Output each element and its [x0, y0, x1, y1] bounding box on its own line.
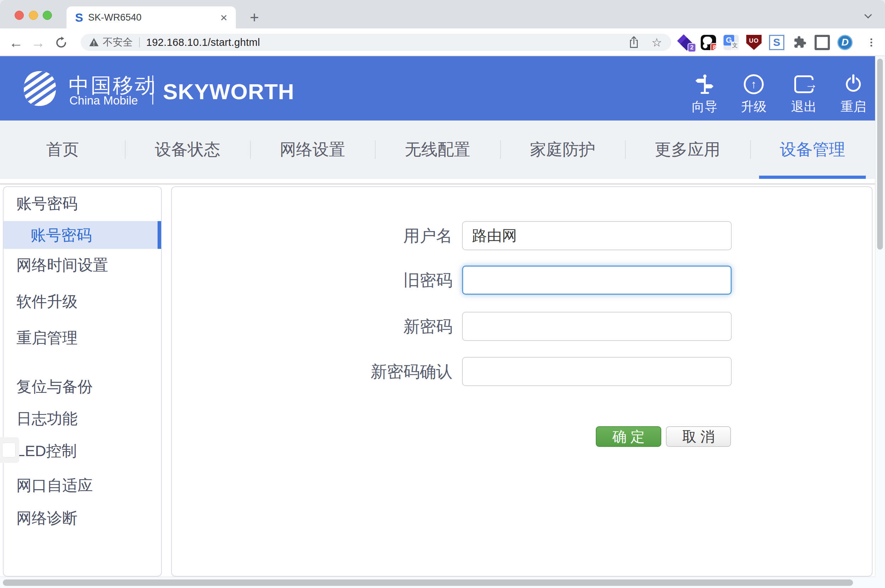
- sidebar-item-log-function[interactable]: 日志功能: [17, 408, 78, 429]
- back-button[interactable]: ←: [8, 35, 24, 51]
- tab-close-icon[interactable]: ×: [220, 11, 227, 24]
- active-item-indicator: [158, 221, 161, 249]
- sidebar-item-account-password-active[interactable]: 账号密码: [3, 221, 161, 249]
- window-close-button[interactable]: [15, 10, 24, 20]
- sidebar-item-label: 账号密码: [31, 221, 92, 249]
- reload-icon: [55, 36, 68, 49]
- sidebar-item-led-control[interactable]: LED控制: [17, 440, 77, 462]
- scrollbar-corner: [875, 577, 885, 588]
- overlay-artifact: [0, 437, 19, 463]
- not-secure-warning-icon[interactable]: [89, 37, 99, 48]
- extensions-row: 2 8 G 文 UO S D: [678, 34, 853, 51]
- nav-tab-family-protection[interactable]: 家庭防护: [500, 120, 625, 179]
- main-nav: 首页 设备状态 网络设置 无线配置 家庭防护 更多应用 设备管理: [0, 120, 875, 179]
- sidebar-item-software-upgrade[interactable]: 软件升级: [17, 291, 78, 312]
- browser-menu-button[interactable]: [865, 36, 877, 48]
- nav-tab-more-apps[interactable]: 更多应用: [625, 120, 750, 179]
- tab-strip: S SK-WR6540 × +: [0, 0, 885, 28]
- sidebar-item-reboot-management[interactable]: 重启管理: [17, 327, 78, 348]
- vertical-scrollbar[interactable]: [875, 56, 885, 588]
- extension-badge: 8: [710, 43, 716, 50]
- omnibox-divider: [139, 38, 140, 47]
- translate-cn-glyph: 文: [731, 42, 739, 50]
- window-zoom-button[interactable]: [43, 10, 52, 20]
- horizontal-scrollbar[interactable]: [0, 577, 875, 588]
- translate-extension-icon[interactable]: G 文: [724, 35, 739, 50]
- extension-badge: 2: [688, 43, 696, 52]
- horizontal-scrollbar-thumb[interactable]: [3, 579, 853, 586]
- china-mobile-logo-icon: [23, 70, 57, 108]
- window-minimize-button[interactable]: [29, 10, 38, 20]
- ok-button[interactable]: 确 定: [596, 426, 661, 447]
- reboot-label: 重启: [830, 98, 877, 116]
- share-icon[interactable]: [628, 36, 639, 49]
- new-password-input[interactable]: [462, 312, 732, 341]
- logout-icon: →: [780, 73, 827, 95]
- nav-tab-label: 设备管理: [780, 139, 845, 160]
- tab-title: SK-WR6540: [88, 12, 141, 23]
- nav-tab-wireless-config[interactable]: 无线配置: [375, 120, 500, 179]
- upgrade-label: 升级: [730, 98, 777, 116]
- active-tab-underline: [759, 176, 866, 179]
- brand-divider: [152, 75, 153, 105]
- wizard-button[interactable]: 向导: [681, 73, 728, 116]
- vertical-scrollbar-thumb[interactable]: [877, 58, 883, 249]
- nav-tab-device-status[interactable]: 设备状态: [125, 120, 250, 179]
- page-viewport: 中国移动 China Mobile SKYWORTH 向导 ↑ 升级 →: [0, 56, 885, 588]
- purple-diamond-extension-icon[interactable]: 2: [678, 35, 693, 50]
- device-frame-extension-icon[interactable]: [814, 35, 830, 50]
- ublock-origin-extension-icon[interactable]: UO: [746, 35, 762, 50]
- nav-bottom-rule: [0, 183, 875, 184]
- username-input[interactable]: [462, 221, 732, 250]
- dark-mode-extension-icon[interactable]: 8: [701, 35, 716, 50]
- brand-partner-logo: SKYWORTH: [163, 79, 294, 104]
- tab-search-chevron-icon[interactable]: [864, 11, 872, 18]
- browser-tab[interactable]: S SK-WR6540 ×: [66, 6, 236, 28]
- bookmark-star-icon[interactable]: ☆: [651, 37, 662, 48]
- forward-button[interactable]: →: [30, 35, 46, 51]
- skyworth-extension-icon[interactable]: S: [769, 35, 784, 50]
- sidebar-item-port-adaptive[interactable]: 网口自适应: [17, 475, 93, 496]
- nav-tab-device-management[interactable]: 设备管理: [750, 120, 875, 179]
- overlay-artifact-square: [2, 442, 16, 458]
- confirm-password-input[interactable]: [462, 357, 732, 386]
- browser-toolbar: ← → 不安全 192.168.10.1/start.ghtml ☆ 2: [0, 28, 885, 56]
- upgrade-circle-icon: ↑: [730, 73, 777, 95]
- confirm-password-label: 新密码确认: [267, 357, 452, 386]
- upgrade-button[interactable]: ↑ 升级: [730, 73, 777, 116]
- reboot-button[interactable]: 重启: [830, 73, 877, 116]
- security-label[interactable]: 不安全: [103, 36, 133, 49]
- sidebar-item-network-time[interactable]: 网络时间设置: [17, 254, 108, 276]
- new-tab-button[interactable]: +: [246, 9, 263, 26]
- download-manager-extension-icon[interactable]: D: [837, 35, 853, 50]
- nav-tab-home[interactable]: 首页: [0, 120, 125, 179]
- brand-header: 中国移动 China Mobile SKYWORTH 向导 ↑ 升级 →: [0, 56, 875, 120]
- tab-favicon-icon: S: [75, 11, 83, 24]
- sidebar-item-reset-backup[interactable]: 复位与备份: [17, 376, 93, 397]
- browser-window: S SK-WR6540 × + ← → 不安全 192.168.10.1/sta…: [0, 0, 885, 588]
- new-password-label: 新密码: [267, 312, 452, 341]
- url-text[interactable]: 192.168.10.1/start.ghtml: [146, 37, 260, 48]
- old-password-label: 旧密码: [267, 266, 452, 295]
- nav-tab-network-settings[interactable]: 网络设置: [250, 120, 375, 179]
- address-bar[interactable]: 不安全 192.168.10.1/start.ghtml ☆: [81, 34, 671, 51]
- reload-button[interactable]: [53, 35, 69, 51]
- sidebar-item-network-diagnosis[interactable]: 网络诊断: [17, 507, 78, 529]
- power-icon: [830, 73, 877, 95]
- sidebar-group-title[interactable]: 账号密码: [17, 193, 78, 214]
- brand-name-en: China Mobile: [69, 94, 138, 107]
- signpost-icon: [681, 73, 728, 95]
- logout-button[interactable]: → 退出: [780, 73, 827, 116]
- logout-label: 退出: [780, 98, 827, 116]
- wizard-label: 向导: [681, 98, 728, 116]
- extensions-puzzle-icon[interactable]: [792, 35, 807, 50]
- old-password-input[interactable]: [462, 266, 732, 295]
- account-password-panel: 用户名 旧密码 新密码 新密码确认 确 定 取 消: [171, 186, 873, 577]
- sidebar: 账号密码 账号密码 网络时间设置 软件升级 重启管理 复位与备份 日志功能 LE…: [3, 186, 162, 577]
- cancel-button[interactable]: 取 消: [666, 426, 731, 447]
- username-label: 用户名: [267, 221, 452, 250]
